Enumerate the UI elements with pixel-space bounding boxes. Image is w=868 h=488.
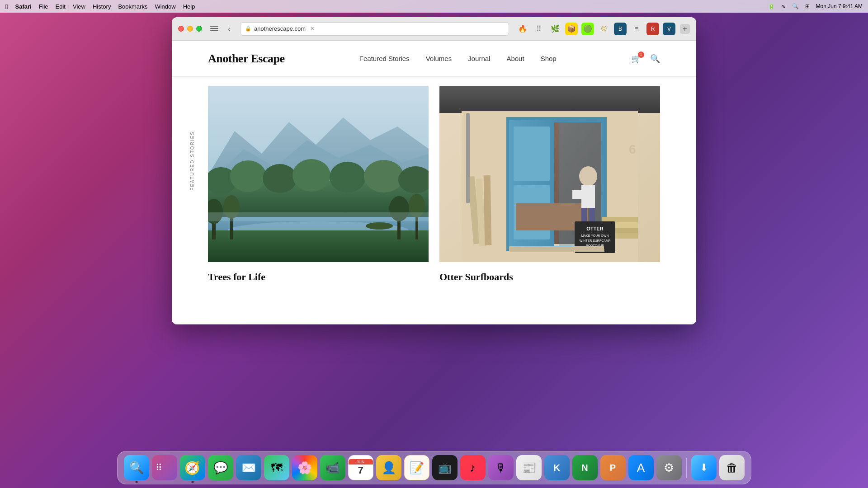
section-label: FEATURED STORIES — [190, 131, 195, 191]
toolbar-icon-6[interactable]: © — [598, 23, 610, 35]
menu-bar-search[interactable]: 🔍 — [792, 3, 799, 9]
file-menu[interactable]: File — [39, 3, 48, 10]
browser-window: ‹ 🔒 anotherescape.com ✕ 🔥 ⠿ 🌿 📦 🟢 © B ≡ … — [172, 17, 696, 324]
story-card-otter[interactable]: OTTER MAKE YOUR OWN WINTER SURFCAMP BOOT… — [439, 86, 660, 283]
window-menu[interactable]: Window — [155, 3, 175, 10]
dock-maps[interactable]: 🗺 — [264, 455, 289, 480]
stories-grid: THE NATURAL WORLD VOLUME Trees for Life — [208, 86, 660, 283]
toolbar-icon-10[interactable]: V — [663, 23, 675, 35]
cart-button[interactable]: 🛒 1 — [631, 54, 641, 64]
pages-icon: P — [610, 463, 616, 473]
svg-text:WINTER SURFCAMP: WINTER SURFCAMP — [580, 239, 611, 242]
toolbar-icon-4[interactable]: 📦 — [565, 23, 578, 35]
maximize-button[interactable] — [196, 26, 202, 32]
news-icon: 📰 — [522, 461, 536, 475]
svg-rect-23 — [208, 212, 429, 221]
nav-volumes[interactable]: Volumes — [426, 55, 452, 62]
history-menu[interactable]: History — [93, 3, 111, 10]
reload-icon[interactable]: ✕ — [310, 26, 314, 32]
keynote-icon: K — [553, 463, 560, 473]
appstore-icon: A — [637, 461, 645, 475]
help-menu[interactable]: Help — [183, 3, 195, 10]
calendar-date: 7 — [358, 465, 363, 476]
search-button[interactable]: 🔍 — [650, 54, 660, 64]
menu-bar-controlcenter[interactable]: ⊞ — [805, 3, 810, 9]
toolbar-icon-8[interactable]: ≡ — [630, 23, 643, 35]
view-menu[interactable]: View — [73, 3, 85, 10]
svg-point-22 — [366, 222, 393, 230]
toolbar-icon-5[interactable]: 🟢 — [581, 23, 594, 35]
minimize-button[interactable] — [187, 26, 193, 32]
site-logo[interactable]: Another Escape — [208, 52, 284, 66]
svg-rect-53 — [509, 246, 604, 252]
close-button[interactable] — [178, 26, 184, 32]
lock-icon: 🔒 — [245, 26, 251, 32]
podcasts-icon: 🎙 — [495, 461, 507, 475]
add-tab-button[interactable]: + — [680, 24, 690, 34]
menu-bar-wifi: ∿ — [781, 3, 786, 9]
toolbar-icon-7[interactable]: B — [614, 23, 627, 35]
maps-icon: 🗺 — [271, 461, 283, 475]
dock-numbers[interactable]: N — [572, 455, 598, 480]
svg-rect-37 — [484, 175, 492, 245]
dock-safari[interactable]: 🧭 — [180, 455, 205, 480]
browser-chrome: ‹ 🔒 anotherescape.com ✕ 🔥 ⠿ 🌿 📦 🟢 © B ≡ … — [172, 17, 696, 41]
svg-text:MAKE YOUR OWN: MAKE YOUR OWN — [581, 234, 609, 237]
finder-icon: 🔍 — [129, 461, 144, 475]
nav-about[interactable]: About — [506, 55, 524, 62]
sidebar-toggle[interactable] — [210, 26, 218, 32]
dock-photos[interactable]: 🌸 — [292, 455, 317, 480]
dock-separator — [686, 458, 687, 478]
contacts-icon: 👤 — [382, 461, 396, 475]
nav-journal[interactable]: Journal — [468, 55, 490, 62]
address-bar[interactable]: 🔒 anotherescape.com ✕ — [240, 22, 509, 36]
back-button[interactable]: ‹ — [223, 23, 236, 35]
dock: 🔍 ⠿ 🧭 💬 ✉️ 🗺 🌸 📹 — [117, 451, 751, 484]
dock-calendar[interactable]: JUN 7 — [348, 455, 373, 480]
dock-reminders[interactable]: 📝 — [404, 455, 429, 480]
menu-bar-left:  Safari File Edit View History Bookmark… — [5, 3, 195, 10]
dock-appletv[interactable]: 📺 — [432, 455, 458, 480]
website-content: Another Escape Featured Stories Volumes … — [172, 41, 696, 324]
apple-menu[interactable]:  — [5, 3, 8, 10]
dock-sysprefs[interactable]: ⚙ — [656, 455, 682, 480]
nav-shop[interactable]: Shop — [541, 55, 557, 62]
dock-messages[interactable]: 💬 — [208, 455, 233, 480]
dock-appstore[interactable]: A — [628, 455, 654, 480]
back-arrow-icon: ‹ — [228, 25, 230, 33]
dock-pages[interactable]: P — [600, 455, 626, 480]
menu-bar-right: 🔋 ∿ 🔍 ⊞ Mon Jun 7 9:41 AM — [768, 3, 863, 9]
music-icon: ♪ — [470, 461, 476, 475]
story-title-2: Otter Surfboards — [439, 271, 660, 283]
dock-facetime[interactable]: 📹 — [320, 455, 345, 480]
toolbar-icon-2[interactable]: ⠿ — [533, 23, 545, 35]
dock-music[interactable]: ♪ — [460, 455, 486, 480]
safari-icon: 🧭 — [184, 460, 200, 475]
bookmarks-menu[interactable]: Bookmarks — [118, 3, 147, 10]
toolbar-icon-3[interactable]: 🌿 — [549, 23, 561, 35]
menu-bar-datetime: Mon Jun 7 9:41 AM — [816, 3, 863, 9]
featured-stories-section: FEATURED STORIES — [172, 77, 696, 301]
story-title-1: Trees for Life — [208, 271, 429, 283]
dock-launchpad[interactable]: ⠿ — [152, 455, 177, 480]
photos-icon: 🌸 — [297, 461, 312, 475]
toolbar-icon-9[interactable]: R — [646, 23, 659, 35]
edit-menu[interactable]: Edit — [56, 3, 66, 10]
dock-keynote[interactable]: K — [544, 455, 570, 480]
app-name-menu[interactable]: Safari — [15, 3, 31, 10]
dock-contacts[interactable]: 👤 — [376, 455, 401, 480]
story-card-trees[interactable]: THE NATURAL WORLD VOLUME Trees for Life — [208, 86, 429, 283]
dock-airdrop[interactable]: ⬇ — [691, 455, 717, 480]
svg-point-5 — [230, 160, 266, 192]
dock-trash[interactable]: 🗑 — [719, 455, 745, 480]
toolbar-icon-1[interactable]: 🔥 — [516, 23, 529, 35]
calendar-header: JUN — [349, 459, 373, 465]
dock-finder[interactable]: 🔍 — [124, 455, 149, 480]
sysprefs-icon: ⚙ — [664, 461, 674, 475]
finder-dot — [135, 481, 137, 483]
nav-featured-stories[interactable]: Featured Stories — [359, 55, 410, 62]
dock-podcasts[interactable]: 🎙 — [488, 455, 514, 480]
browser-toolbar-icons: 🔥 ⠿ 🌿 📦 🟢 © B ≡ R V — [516, 23, 675, 35]
dock-mail[interactable]: ✉️ — [236, 455, 261, 480]
dock-news[interactable]: 📰 — [516, 455, 542, 480]
